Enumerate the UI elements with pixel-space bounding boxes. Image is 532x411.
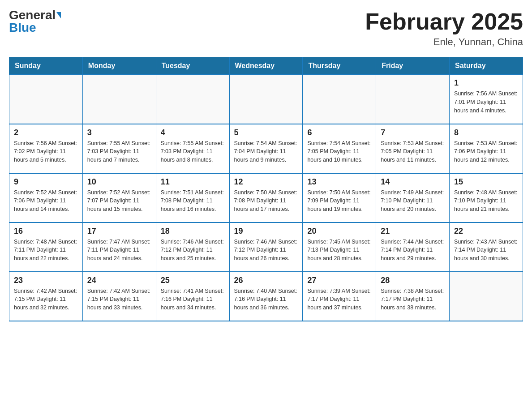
week-row-1: 2Sunrise: 7:56 AM Sunset: 7:02 PM Daylig… <box>9 124 523 173</box>
calendar-cell: 1Sunrise: 7:56 AM Sunset: 7:01 PM Daylig… <box>450 75 523 124</box>
calendar-cell: 5Sunrise: 7:54 AM Sunset: 7:04 PM Daylig… <box>229 124 303 173</box>
calendar-cell: 12Sunrise: 7:50 AM Sunset: 7:08 PM Dayli… <box>229 173 303 223</box>
day-number: 2 <box>14 128 78 137</box>
calendar-cell: 15Sunrise: 7:48 AM Sunset: 7:10 PM Dayli… <box>450 173 523 223</box>
day-number: 7 <box>381 128 445 137</box>
day-number: 11 <box>161 177 225 187</box>
day-number: 23 <box>14 276 78 285</box>
day-number: 25 <box>161 276 225 285</box>
day-info: Sunrise: 7:56 AM Sunset: 7:02 PM Dayligh… <box>14 139 78 164</box>
calendar-cell: 25Sunrise: 7:41 AM Sunset: 7:16 PM Dayli… <box>156 272 229 321</box>
day-number: 8 <box>454 128 518 137</box>
day-number: 21 <box>381 227 445 236</box>
calendar-cell: 9Sunrise: 7:52 AM Sunset: 7:06 PM Daylig… <box>9 173 83 223</box>
day-number: 1 <box>454 78 518 88</box>
day-number: 27 <box>307 276 371 285</box>
calendar-cell: 23Sunrise: 7:42 AM Sunset: 7:15 PM Dayli… <box>9 272 83 321</box>
calendar-cell: 17Sunrise: 7:47 AM Sunset: 7:11 PM Dayli… <box>82 223 156 272</box>
day-info: Sunrise: 7:38 AM Sunset: 7:17 PM Dayligh… <box>381 287 445 312</box>
day-info: Sunrise: 7:47 AM Sunset: 7:11 PM Dayligh… <box>87 238 151 263</box>
day-number: 6 <box>307 128 371 137</box>
calendar-cell: 4Sunrise: 7:55 AM Sunset: 7:03 PM Daylig… <box>156 124 229 173</box>
day-number: 14 <box>381 177 445 187</box>
day-number: 3 <box>87 128 151 137</box>
week-row-4: 23Sunrise: 7:42 AM Sunset: 7:15 PM Dayli… <box>9 272 523 321</box>
day-number: 13 <box>307 177 371 187</box>
day-number: 4 <box>161 128 225 137</box>
calendar-cell: 19Sunrise: 7:46 AM Sunset: 7:12 PM Dayli… <box>229 223 303 272</box>
weekday-saturday: Saturday <box>450 57 523 75</box>
calendar-cell: 7Sunrise: 7:53 AM Sunset: 7:05 PM Daylig… <box>376 124 450 173</box>
calendar-cell <box>156 75 229 124</box>
day-number: 5 <box>234 128 298 137</box>
day-info: Sunrise: 7:42 AM Sunset: 7:15 PM Dayligh… <box>87 287 151 312</box>
logo-triangle-icon <box>56 12 61 18</box>
day-info: Sunrise: 7:52 AM Sunset: 7:07 PM Dayligh… <box>87 188 151 214</box>
calendar-cell: 16Sunrise: 7:48 AM Sunset: 7:11 PM Dayli… <box>9 223 83 272</box>
day-number: 20 <box>307 227 371 236</box>
calendar-cell: 21Sunrise: 7:44 AM Sunset: 7:14 PM Dayli… <box>376 223 450 272</box>
day-info: Sunrise: 7:54 AM Sunset: 7:05 PM Dayligh… <box>307 139 371 164</box>
day-info: Sunrise: 7:55 AM Sunset: 7:03 PM Dayligh… <box>161 139 225 164</box>
day-info: Sunrise: 7:52 AM Sunset: 7:06 PM Dayligh… <box>14 188 78 214</box>
day-info: Sunrise: 7:41 AM Sunset: 7:16 PM Dayligh… <box>161 287 225 312</box>
day-number: 9 <box>14 177 78 187</box>
calendar-cell: 13Sunrise: 7:50 AM Sunset: 7:09 PM Dayli… <box>303 173 376 223</box>
day-info: Sunrise: 7:40 AM Sunset: 7:16 PM Dayligh… <box>234 287 298 312</box>
weekday-thursday: Thursday <box>303 57 376 75</box>
day-info: Sunrise: 7:44 AM Sunset: 7:14 PM Dayligh… <box>381 238 445 263</box>
calendar-cell: 14Sunrise: 7:49 AM Sunset: 7:10 PM Dayli… <box>376 173 450 223</box>
calendar-cell: 2Sunrise: 7:56 AM Sunset: 7:02 PM Daylig… <box>9 124 83 173</box>
day-number: 12 <box>234 177 298 187</box>
day-info: Sunrise: 7:39 AM Sunset: 7:17 PM Dayligh… <box>307 287 371 312</box>
day-number: 28 <box>381 276 445 285</box>
calendar-cell: 22Sunrise: 7:43 AM Sunset: 7:14 PM Dayli… <box>450 223 523 272</box>
weekday-header-row: SundayMondayTuesdayWednesdayThursdayFrid… <box>9 57 523 75</box>
day-number: 15 <box>454 177 518 187</box>
day-info: Sunrise: 7:45 AM Sunset: 7:13 PM Dayligh… <box>307 238 371 263</box>
day-info: Sunrise: 7:54 AM Sunset: 7:04 PM Dayligh… <box>234 139 298 164</box>
week-row-2: 9Sunrise: 7:52 AM Sunset: 7:06 PM Daylig… <box>9 173 523 223</box>
day-info: Sunrise: 7:53 AM Sunset: 7:06 PM Dayligh… <box>454 139 518 164</box>
week-row-3: 16Sunrise: 7:48 AM Sunset: 7:11 PM Dayli… <box>9 223 523 272</box>
calendar-cell: 11Sunrise: 7:51 AM Sunset: 7:08 PM Dayli… <box>156 173 229 223</box>
day-info: Sunrise: 7:55 AM Sunset: 7:03 PM Dayligh… <box>87 139 151 164</box>
calendar-header: SundayMondayTuesdayWednesdayThursdayFrid… <box>9 57 523 75</box>
logo-general-text: General <box>9 9 56 21</box>
day-info: Sunrise: 7:43 AM Sunset: 7:14 PM Dayligh… <box>454 238 518 263</box>
calendar-cell: 27Sunrise: 7:39 AM Sunset: 7:17 PM Dayli… <box>303 272 376 321</box>
day-number: 17 <box>87 227 151 236</box>
day-info: Sunrise: 7:46 AM Sunset: 7:12 PM Dayligh… <box>161 238 225 263</box>
location-text: Enle, Yunnan, China <box>365 36 523 48</box>
calendar-body: 1Sunrise: 7:56 AM Sunset: 7:01 PM Daylig… <box>9 75 523 321</box>
day-info: Sunrise: 7:51 AM Sunset: 7:08 PM Dayligh… <box>161 188 225 214</box>
calendar-cell: 18Sunrise: 7:46 AM Sunset: 7:12 PM Dayli… <box>156 223 229 272</box>
calendar-cell: 20Sunrise: 7:45 AM Sunset: 7:13 PM Dayli… <box>303 223 376 272</box>
calendar-cell: 3Sunrise: 7:55 AM Sunset: 7:03 PM Daylig… <box>82 124 156 173</box>
page-header: General Blue February 2025 Enle, Yunnan,… <box>9 9 523 48</box>
logo: General Blue <box>9 9 61 34</box>
calendar-cell: 8Sunrise: 7:53 AM Sunset: 7:06 PM Daylig… <box>450 124 523 173</box>
calendar-cell <box>376 75 450 124</box>
month-title: February 2025 <box>365 9 523 34</box>
day-info: Sunrise: 7:50 AM Sunset: 7:08 PM Dayligh… <box>234 188 298 214</box>
day-number: 22 <box>454 227 518 236</box>
day-info: Sunrise: 7:48 AM Sunset: 7:11 PM Dayligh… <box>14 238 78 263</box>
calendar-cell <box>303 75 376 124</box>
calendar-cell <box>450 272 523 321</box>
calendar-cell: 10Sunrise: 7:52 AM Sunset: 7:07 PM Dayli… <box>82 173 156 223</box>
weekday-tuesday: Tuesday <box>156 57 229 75</box>
title-area: February 2025 Enle, Yunnan, China <box>365 9 523 48</box>
day-number: 16 <box>14 227 78 236</box>
day-number: 19 <box>234 227 298 236</box>
weekday-monday: Monday <box>82 57 156 75</box>
calendar-cell <box>9 75 83 124</box>
logo-blue-text: Blue <box>9 21 36 34</box>
calendar-cell <box>82 75 156 124</box>
day-info: Sunrise: 7:42 AM Sunset: 7:15 PM Dayligh… <box>14 287 78 312</box>
calendar-cell: 24Sunrise: 7:42 AM Sunset: 7:15 PM Dayli… <box>82 272 156 321</box>
calendar-cell <box>229 75 303 124</box>
day-info: Sunrise: 7:46 AM Sunset: 7:12 PM Dayligh… <box>234 238 298 263</box>
weekday-friday: Friday <box>376 57 450 75</box>
day-info: Sunrise: 7:56 AM Sunset: 7:01 PM Dayligh… <box>454 90 518 115</box>
